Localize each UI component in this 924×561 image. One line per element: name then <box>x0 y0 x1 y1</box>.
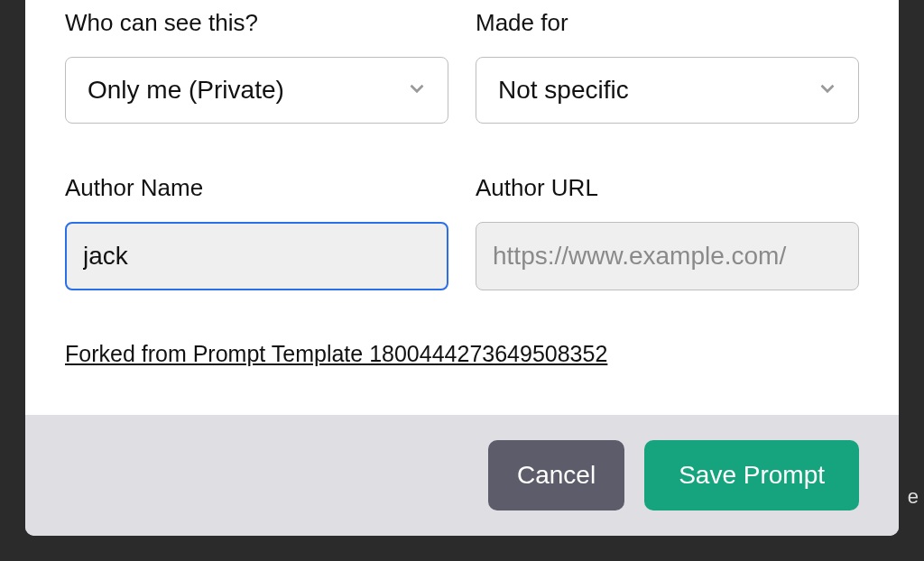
visibility-select[interactable]: Only me (Private) <box>65 57 448 124</box>
modal-dialog: Who can see this? Only me (Private) Made… <box>25 0 899 536</box>
save-button[interactable]: Save Prompt <box>644 440 859 510</box>
madefor-group: Made for Not specific <box>476 9 859 124</box>
modal-footer: Cancel Save Prompt <box>25 415 899 536</box>
forked-from-link[interactable]: Forked from Prompt Template 180044427364… <box>65 341 607 367</box>
madefor-label: Made for <box>476 9 859 37</box>
authorname-label: Author Name <box>65 174 448 202</box>
cancel-button[interactable]: Cancel <box>488 440 624 510</box>
visibility-value: Only me (Private) <box>88 76 284 105</box>
form-row-2: Author Name Author URL <box>65 174 859 290</box>
visibility-select-display[interactable]: Only me (Private) <box>65 57 448 124</box>
form-row-1: Who can see this? Only me (Private) Made… <box>65 9 859 124</box>
authorurl-group: Author URL <box>476 174 859 290</box>
modal-body: Who can see this? Only me (Private) Made… <box>25 0 899 415</box>
authorurl-input[interactable] <box>476 222 859 290</box>
madefor-value: Not specific <box>498 76 629 105</box>
visibility-group: Who can see this? Only me (Private) <box>65 9 448 124</box>
madefor-select[interactable]: Not specific <box>476 57 859 124</box>
authorname-input[interactable] <box>65 222 448 290</box>
visibility-label: Who can see this? <box>65 9 448 37</box>
madefor-select-display[interactable]: Not specific <box>476 57 859 124</box>
authorurl-label: Author URL <box>476 174 859 202</box>
authorname-group: Author Name <box>65 174 448 290</box>
background-hint: e <box>908 485 919 509</box>
